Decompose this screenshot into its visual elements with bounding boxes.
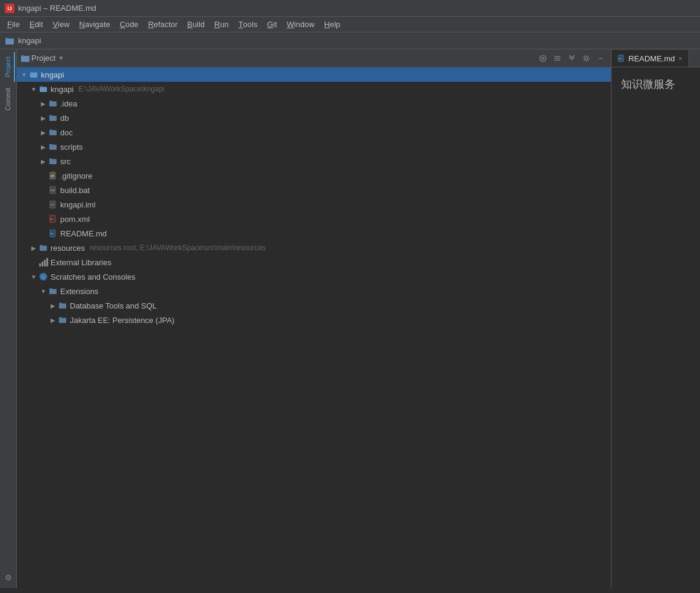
tree-node-src[interactable]: ▶ src [17,154,611,168]
menu-git[interactable]: Git [262,17,282,32]
tree-node-extensions-label: Extensions [60,287,99,296]
file-iml-icon: iml [48,200,58,209]
svg-text:MD: MD [619,58,622,60]
tab-close-button[interactable]: × [678,55,682,62]
menu-code[interactable]: Code [115,17,143,32]
tree-node-readme[interactable]: ▶ MD README.md [17,226,611,241]
tree-node-readme-label: README.md [60,229,107,238]
svg-rect-42 [49,289,57,295]
folder-doc-icon [48,128,58,137]
tree-node-doc[interactable]: ▶ doc [17,125,611,140]
sidebar-item-commit[interactable]: Commit [2,83,15,115]
project-root-label: kngapi [18,36,41,45]
locate-file-button[interactable] [536,52,550,65]
title-text: kngapi – README.md [18,4,96,13]
scratches-icon [39,272,48,281]
tree-node-pom[interactable]: ▶ m pom.xml [17,212,611,226]
project-folder-icon [5,36,14,46]
menu-edit[interactable]: Edit [25,17,48,32]
svg-rect-24 [49,159,52,160]
menu-navigate[interactable]: Navigate [75,17,115,32]
tree-node-jakarta[interactable]: ▶ Jakarta EE: Persistence (JPA) [17,313,611,327]
sidebar-item-project[interactable]: Project [2,52,15,82]
folder-idea-icon [48,99,58,108]
svg-rect-16 [49,101,52,102]
tree-node-scripts[interactable]: ▶ scripts [17,140,611,154]
tab-md-icon: MD [618,55,625,62]
menu-window[interactable]: Window [282,17,319,32]
tree-node-src-label: src [60,157,70,166]
tree-node-db-tools[interactable]: ▶ Database Tools and SQL [17,298,611,313]
svg-rect-23 [49,159,57,165]
project-panel: Project ▼ [17,49,612,588]
expand-all-button[interactable] [565,52,578,65]
tree-node-iml[interactable]: ▶ iml kngapi.iml [17,197,611,212]
tree-node-resources[interactable]: ▶ resources resources root, E:\JAVAWorkS… [17,241,611,255]
tree-node-extensions[interactable]: ▼ Extensions [17,284,611,298]
svg-rect-17 [49,116,57,121]
folder-root-icon [29,70,39,79]
editor-text: 知识微服务 [621,78,675,90]
svg-text:MD: MD [50,232,54,235]
tree-node-kngapi-module[interactable]: ▼ kngapi E:\JAVAWorkSpace\kngapi [17,82,611,96]
folder-src-icon [48,156,58,166]
arrow-jakarta: ▶ [48,315,58,325]
tree-node-buildbt[interactable]: ▶ bat build.bat [17,183,611,197]
svg-rect-3 [21,55,24,57]
arrow-doc: ▶ [39,128,48,137]
arrow-db-tools: ▶ [48,301,58,310]
svg-rect-44 [59,304,66,309]
svg-rect-36 [40,245,43,247]
menu-view[interactable]: View [48,17,74,32]
svg-rect-46 [59,318,66,324]
title-bar: IJ kngapi – README.md [0,0,700,17]
svg-rect-35 [40,246,47,251]
tree-node-db-tools-label: Database Tools and SQL [70,301,156,310]
file-readme-icon: MD [48,229,58,238]
arrow-extensions: ▼ [39,286,48,296]
tree-node-scripts-label: scripts [60,143,83,152]
tree-node-scratches[interactable]: ▼ Scratches and Consoles [17,269,611,284]
editor-tab-readme[interactable]: MD README.md × [612,50,689,67]
svg-rect-15 [49,102,57,107]
project-dropdown-icon[interactable]: ▼ [58,55,64,61]
menu-bar: File Edit View Navigate Code Refactor Bu… [0,17,700,32]
settings-button[interactable] [580,52,593,65]
left-sidebar: Project Commit ⚙ [0,49,17,588]
menu-run[interactable]: Run [209,17,234,32]
tree-node-buildbt-label: build.bat [60,186,90,195]
close-panel-button[interactable]: − [594,52,607,65]
svg-text:git: git [51,174,54,177]
arrow-iml-spacer: ▶ [39,200,48,209]
collapse-all-button[interactable] [551,52,564,65]
menu-refactor[interactable]: Refactor [143,17,182,32]
tree-node-db[interactable]: ▶ db [17,111,611,125]
tree-node-db-label: db [60,114,69,123]
tree-node-gitignore[interactable]: ▶ git .gitignore [17,168,611,183]
editor-tab-bar: MD README.md × [612,49,700,67]
svg-rect-45 [59,303,62,304]
tree-node-gitignore-label: .gitignore [60,171,92,180]
svg-rect-0 [5,38,14,45]
svg-rect-47 [59,318,62,319]
arrow-scratches: ▼ [29,272,39,281]
svg-rect-11 [30,73,37,78]
menu-help[interactable]: Help [320,17,345,32]
tree-node-jakarta-label: Jakarta EE: Persistence (JPA) [70,316,175,325]
arrow-buildbt-spacer: ▶ [39,185,48,195]
arrow-idea: ▶ [39,99,48,108]
tree-node-idea[interactable]: ▶ .idea [17,96,611,111]
menu-build[interactable]: Build [182,17,209,32]
file-gitignore-icon: git [48,171,58,180]
menu-file[interactable]: File [2,17,25,32]
folder-db-tools-icon [58,301,67,310]
tree-root-kngapi[interactable]: ▼ kngapi [17,67,611,82]
menu-tools[interactable]: Tools [234,17,262,32]
tab-readme-label: README.md [628,54,675,63]
svg-rect-40 [46,258,48,266]
sidebar-settings-icon[interactable]: ⚙ [2,571,14,583]
file-pom-icon: m [48,214,58,224]
svg-rect-38 [42,262,43,266]
tree-node-ext-libs[interactable]: ▶ External Libraries [17,255,611,269]
folder-scripts-icon [48,142,58,152]
